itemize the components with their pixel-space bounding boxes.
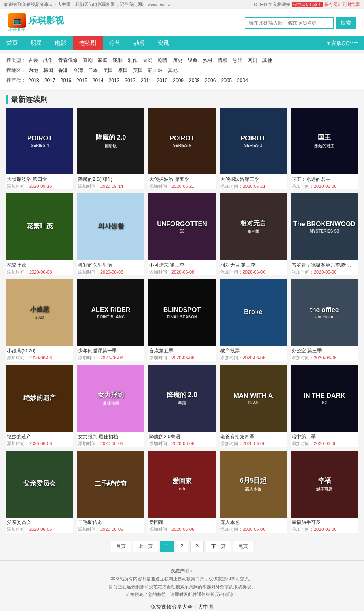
movie-card[interactable]: 爱回家 tvb 爱回家 添加时间：2020-06-06 [148,451,216,533]
filter-year-2012[interactable]: 2012 [123,77,137,84]
movie-card[interactable]: IN THE DARK S2 暗中第二季 添加时间：2020-06-06 [291,365,358,447]
filter-type-fanzui[interactable]: 犯罪 [111,57,124,64]
page-prev[interactable]: 上一页 [133,541,158,552]
nav-item-variety[interactable]: 综艺 [103,36,127,50]
page-first[interactable]: 首页 [111,541,131,552]
filter-year-2018[interactable]: 2018 [27,77,41,84]
movie-card[interactable]: 의사생활 机智的医生生活 添加时间：2020-06-08 [77,193,144,275]
movie-card[interactable]: 二毛驴传奇 二毛驴传奇 添加时间：2020-06-06 [77,451,144,533]
movie-thumb-sub: 粤语 [178,401,186,406]
movie-thumb-eng: 花繁叶茂 [27,222,53,231]
logo: 📺 乐琪影视 乐在其中 [8,13,64,32]
movie-card[interactable]: Broke 破产投票 添加时间：2020-06-06 [220,279,287,361]
page-next[interactable]: 下一页 [206,541,231,552]
movie-card[interactable]: 小娘惹 2020 小娘惹(2020) 添加时间：2020-06-06 [6,279,73,361]
filter-year-2010[interactable]: 2010 [155,77,169,84]
filter-type-qinggan[interactable]: 情感 [216,57,229,64]
filter-type-lishi[interactable]: 历史 [171,57,184,64]
movie-date: 添加时间：2020-06-06 [78,355,144,361]
filter-type-jingdian[interactable]: 经典 [186,57,199,64]
nav-item-home[interactable]: 首页 [0,36,24,50]
filter-year-2006[interactable]: 2006 [203,77,218,84]
nav-item-news[interactable]: 资讯 [151,36,176,50]
movie-card[interactable]: 花繁叶茂 花繁叶茂 添加时间：2020-06-08 [6,193,73,275]
filter-region-taiguo[interactable]: 泰国 [116,67,129,74]
filter-region-hanguo[interactable]: 韩国 [42,67,55,74]
filter-region-riben[interactable]: 日本 [87,67,99,74]
filter-section: 搜类型： 古装 战争 青春偶像 喜剧 家庭 犯罪 动作 奇幻 剧情 历史 经典 … [0,52,364,91]
movie-card[interactable]: ALEX RIDER POINT BLANC 少年间谍课第一季 添加时间：202… [77,279,144,361]
page-last[interactable]: 尾页 [233,541,253,552]
movie-card[interactable]: POIROT SERIES 3 大侦探波洛第三季 添加时间：2020-06-21 [220,108,287,189]
movie-card[interactable]: The BROKENWOOD MYSTERIES S3 布罗肯伍德疑案第六季/断… [291,193,358,275]
movie-date: 添加时间：2020-06-06 [292,441,357,447]
movie-card[interactable]: UNFORGOTTEN S3 不可遗忘 第三季 添加时间：2020-06-08 [148,193,216,275]
nav-item-stars[interactable]: 明星 [24,36,49,50]
nav-item-anime[interactable]: 动漫 [127,36,151,50]
filter-year-2005[interactable]: 2005 [219,77,233,84]
filter-region-xianggang[interactable]: 香港 [57,67,70,74]
page-1[interactable]: 1 [160,541,174,552]
footer-disclaimer-title: 免责声明： [6,567,358,575]
movie-card[interactable]: MAN WITH A PLAN 老爸有招第四季 添加时间：2020-06-06 [220,365,287,447]
movie-card[interactable]: BLINDSPOT FINAL SEASON 盲点第五季 添加时间：2020-0… [148,279,216,361]
movie-card[interactable]: 女力报到 最佳拍档 女力报到·最佳拍档 添加时间：2020-06-06 [77,365,144,447]
filter-year-2008[interactable]: 2008 [187,77,201,84]
filter-type-xiangcun[interactable]: 乡村 [201,57,214,64]
save-browser-link[interactable]: 保存网址到浏览器 [324,2,360,7]
logo-text: 乐琪影视 [28,15,64,27]
search-box: 搜索 [245,17,356,29]
movie-card[interactable]: 绝妙的遗产 绝妙的遗产 添加时间：2020-06-06 [6,365,73,447]
movie-date: 添加时间：2020-06-21 [220,183,286,189]
filter-year-2009[interactable]: 2009 [171,77,185,84]
filter-type-gudian[interactable]: 古装 [27,57,40,64]
movie-card[interactable]: 国王 永远的君主 国王：永远的君主 添加时间：2020-06-08 [291,108,358,189]
filter-region-neidi[interactable]: 内地 [27,67,40,74]
movie-card[interactable]: the office american 办公室 第三季 添加时间：2020-06… [291,279,358,361]
filter-type-xiju[interactable]: 喜剧 [81,57,94,64]
search-input[interactable] [245,17,334,29]
footer: 免责声明： 本网站所有内容都是通过互联网上自动搜集而来，仅供数据和学习交流。 目… [0,560,364,611]
filter-year-2013[interactable]: 2013 [107,77,121,84]
movie-title: 幸福触手可及 [292,519,357,526]
movie-thumb-eng: MAN WITH A [233,392,273,399]
filter-year-2016[interactable]: 2016 [59,77,73,84]
filter-type-dongzuo[interactable]: 动作 [126,57,139,64]
movie-card[interactable]: 相对无言 第三季 相对无言 第三季 添加时间：2020-06-06 [220,193,287,275]
page-2[interactable]: 2 [176,541,189,552]
filter-type-juqing[interactable]: 剧情 [156,57,169,64]
movie-card[interactable]: 6月5日起 嘉人本色 嘉人本色 添加时间：2020-06-06 [220,451,287,533]
movie-card[interactable]: 父亲委员会 父亲委员会 添加时间：2020-06-06 [6,451,73,533]
movie-date: 添加时间：2020-09-14 [78,183,144,189]
save-site-link[interactable]: 保存网站到桌面 [292,2,323,7]
filter-type-xuanyi[interactable]: 悬疑 [231,57,244,64]
filter-year-2014[interactable]: 2014 [91,77,105,84]
movie-title: 大侦探波洛第三季 [220,176,286,183]
filter-year-2004[interactable]: 2004 [235,77,250,84]
movie-card[interactable]: 降魔的 2.0 粤语 降魔的2.0粤语 添加时间：2020-06-06 [148,365,216,447]
movie-card[interactable]: 降魔的 2.0 国语版 降魔的2.0(国语) 添加时间：2020-09-14 [77,108,144,189]
movie-card[interactable]: POIROT SERIES 5 大侦探波洛 第五季 添加时间：2020-06-2… [148,108,216,189]
search-button[interactable]: 搜索 [336,17,356,29]
filter-type-qingchun[interactable]: 青春偶像 [57,57,79,64]
movie-card[interactable]: POIROT SERIES 4 大侦探波洛 第四季 添加时间：2020-09-1… [6,108,73,189]
filter-region-meiguo[interactable]: 美国 [102,67,114,74]
filter-type-other[interactable]: 其他 [261,57,274,64]
filter-region-xinjiapo[interactable]: 新加坡 [146,67,164,74]
filter-year-2015[interactable]: 2015 [75,77,89,84]
filter-type-wangju[interactable]: 网剧 [246,57,259,64]
footer-disclaimer: 本网站所有内容都是通过互联网上自动搜集而来，仅供数据和学习交流。 [6,575,358,583]
filter-type-items: 古装 战争 青春偶像 喜剧 家庭 犯罪 动作 奇幻 剧情 历史 经典 乡村 情感… [27,57,274,64]
filter-year-2017[interactable]: 2017 [43,77,57,84]
filter-type-jiating[interactable]: 家庭 [96,57,109,64]
page-3[interactable]: 3 [190,541,204,552]
filter-year-2011[interactable]: 2011 [139,77,153,84]
filter-region-other[interactable]: 其他 [166,67,179,74]
filter-region-yingguo[interactable]: 英国 [131,67,144,74]
movie-card[interactable]: 幸福 触手可及 幸福触手可及 添加时间：2020-06-06 [291,451,358,533]
nav-item-movies[interactable]: 电影 [49,36,73,50]
filter-region-taiwan[interactable]: 台湾 [72,67,85,74]
filter-type-qihuan[interactable]: 奇幻 [141,57,154,64]
filter-type-zhanzheng[interactable]: 战争 [42,57,55,64]
nav-item-series[interactable]: 连续剧 [73,36,103,50]
